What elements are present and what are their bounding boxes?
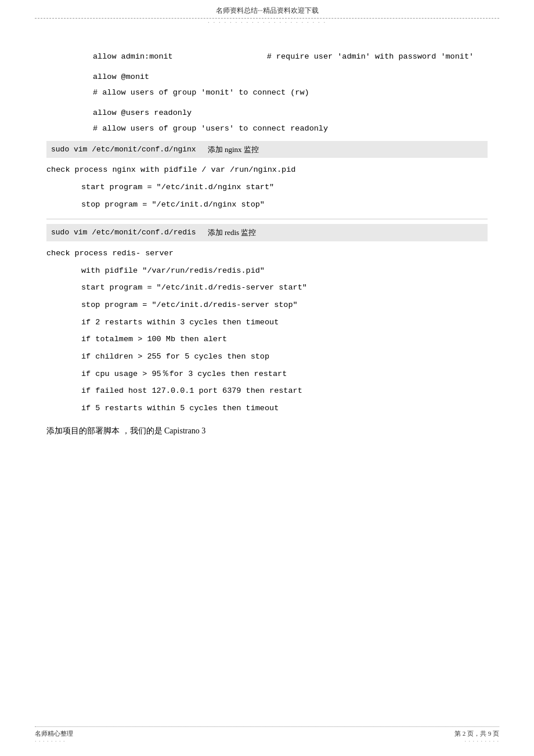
allow-comment-3: # allow users of group 'users' to connec…: [93, 121, 328, 136]
footer-left-label: 名师精心整理: [35, 729, 73, 738]
cmd-redis: sudo vim /etc/monit/conf.d/redis 添加 redi…: [46, 224, 488, 241]
deploy-text: 添加项目的部署脚本 ，我们的是 Capistrano 3: [46, 426, 205, 435]
allow-block-3: allow @users readonly # allow users of g…: [93, 105, 488, 136]
redis-line-8: if cpu usage > 95％for 3 cycles then rest…: [81, 366, 488, 383]
cmd-nginx-text: sudo vim /etc/monit/conf.d/nginx: [51, 143, 196, 156]
redis-line-4: stop program = "/etc/init.d/redis-server…: [81, 296, 488, 314]
nginx-line-1: check process nginx with pidfile / var /…: [46, 161, 488, 179]
allow-block-1: allow admin:monit # require user 'admin'…: [93, 49, 488, 64]
footer-left: 名师精心整理 · · · · · · · ·: [35, 729, 73, 744]
redis-line-6: if totalmem > 100 Mb then alert: [81, 331, 488, 348]
footer-right: 第 2 页，共 9 页 · · · · · · · · ·: [454, 729, 499, 744]
section-divider: [46, 219, 488, 219]
allow-comment-1: # require user 'admin' with password 'mo…: [267, 49, 474, 64]
cmd-nginx: sudo vim /etc/monit/conf.d/nginx 添加 ngin…: [46, 141, 488, 158]
footer-left-dots: · · · · · · · ·: [35, 738, 73, 744]
redis-line-3: start program = "/etc/init.d/redis-serve…: [81, 279, 488, 296]
redis-line-5: if 2 restarts within 3 cycles then timeo…: [81, 314, 488, 331]
nginx-line-3: stop program = "/etc/init.d/nginx stop": [81, 196, 488, 214]
allow-code-2: allow @monit: [93, 69, 149, 85]
footer-right-dots: · · · · · · · · ·: [454, 738, 499, 744]
cmd-redis-text: sudo vim /etc/monit/conf.d/redis: [51, 226, 196, 239]
redis-line-9: if failed host 127.0.0.1 port 6379 then …: [81, 382, 488, 400]
allow-code-3: allow @users readonly: [93, 105, 192, 121]
footer-right-label: 第 2 页，共 9 页: [454, 729, 499, 738]
cmd-redis-comment: 添加 redis 监控: [208, 226, 257, 239]
redis-line-2: with pidfile "/var/run/redis/redis.pid": [81, 262, 488, 280]
allow-comment-2: # allow users of group 'monit' to connec…: [93, 85, 309, 100]
redis-line-1: check process redis- server: [46, 245, 488, 262]
header-title: 名师资料总结···精品资料欢迎下载: [35, 0, 499, 19]
page-footer: 名师精心整理 · · · · · · · · 第 2 页，共 9 页 · · ·…: [35, 726, 499, 744]
nginx-line-2: start program = "/etc/init.d/nginx start…: [81, 179, 488, 196]
page-header: 名师资料总结···精品资料欢迎下载 · · · · · · · · · · · …: [0, 0, 534, 26]
redis-code-block: check process redis- server with pidfile…: [46, 245, 488, 417]
redis-line-10: if 5 restarts within 5 cycles then timeo…: [81, 400, 488, 417]
allow-block-2: allow @monit # allow users of group 'mon…: [93, 69, 488, 100]
deploy-section: 添加项目的部署脚本 ，我们的是 Capistrano 3: [46, 423, 488, 439]
allow-code-1: allow admin:monit: [93, 49, 173, 64]
header-dots: · · · · · · · · · · · · · · · · · · · · …: [35, 19, 499, 26]
main-content: allow admin:monit # require user 'admin'…: [0, 26, 534, 480]
nginx-code-block: check process nginx with pidfile / var /…: [46, 161, 488, 213]
cmd-nginx-comment: 添加 nginx 监控: [208, 143, 259, 156]
redis-line-7: if children > 255 for 5 cycles then stop: [81, 348, 488, 366]
